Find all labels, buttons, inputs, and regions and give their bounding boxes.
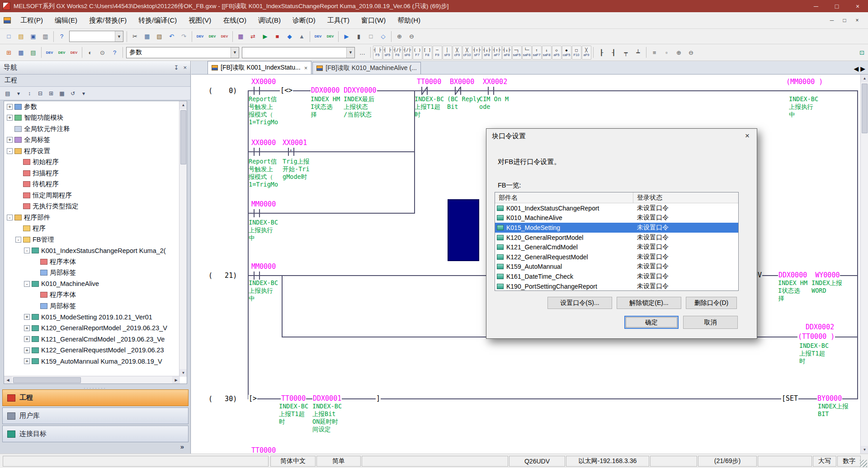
find-target-combo[interactable]: ▼ bbox=[242, 47, 355, 58]
nav-tool-icon-0[interactable]: ▤ bbox=[3, 89, 13, 98]
ladder-device-text[interactable]: TT0000 bbox=[251, 447, 276, 454]
ladder-symbol-F10-button[interactable]: □F10 bbox=[572, 46, 581, 60]
tree-item[interactable]: 程序本体 bbox=[4, 290, 180, 301]
ladder-symbol-sF5-button[interactable]: ┤ ├sF5 bbox=[383, 46, 392, 60]
ladder-contact[interactable] bbox=[259, 271, 260, 280]
tree-item[interactable]: 局部标签 bbox=[4, 300, 180, 312]
pause-icon[interactable]: ▮ bbox=[353, 31, 364, 42]
expand-icon[interactable]: + bbox=[24, 314, 30, 320]
child-minimize-icon[interactable]: ─ bbox=[826, 15, 838, 26]
tree-horizontal-scrollbar[interactable]: ◀▶ bbox=[4, 376, 180, 384]
list-view-icon[interactable]: ▤ bbox=[28, 47, 39, 58]
menu-W[interactable]: 窗口(W) bbox=[355, 12, 392, 28]
redo-icon[interactable]: ↷ bbox=[178, 31, 189, 42]
scroll-thumb[interactable] bbox=[862, 84, 868, 133]
ladder-instruction-text[interactable]: [> bbox=[248, 395, 257, 402]
tree-item[interactable]: 无执行类型指定 bbox=[4, 201, 180, 212]
ladder-symbol-aF8-button[interactable]: ┤↓├aF8 bbox=[502, 46, 512, 60]
tree-item[interactable]: +智能功能模块 bbox=[4, 112, 180, 124]
ladder-device-text[interactable]: TT0000 bbox=[281, 395, 306, 402]
nav-tool-icon-3[interactable]: ⊟ bbox=[35, 89, 45, 98]
tree-item[interactable]: -K010_MachineAlive bbox=[4, 278, 180, 290]
fb-list-row[interactable]: K190_PortSettingChangeReport未设置口令 bbox=[495, 281, 738, 291]
data-select-combo[interactable]: 参数▼ bbox=[126, 47, 239, 58]
document-tab[interactable]: [FB]读取 K001_IndexStatu...× bbox=[208, 61, 311, 74]
close-button[interactable]: × bbox=[847, 0, 868, 12]
scroll-down-icon[interactable]: ▼ bbox=[861, 446, 868, 454]
device-buffer-icon[interactable]: DEV bbox=[325, 31, 336, 42]
tree-item[interactable]: +K159_AutoMannual Kuma_2019.08.19_V bbox=[4, 356, 180, 367]
monitor-start-icon[interactable]: ▶ bbox=[259, 31, 271, 42]
ladder-contact[interactable] bbox=[259, 209, 260, 217]
read-plc-icon[interactable]: ◆ bbox=[284, 31, 295, 42]
program-common-icon[interactable]: ⊞ bbox=[3, 47, 14, 58]
tree-item[interactable]: 恒定周期程序 bbox=[4, 190, 180, 201]
docking-layout-icon[interactable]: ⊡ bbox=[856, 47, 868, 58]
paste-icon[interactable]: ▧ bbox=[154, 31, 165, 42]
dialog-close-button[interactable]: × bbox=[740, 130, 755, 142]
ladder-device-text[interactable]: BY0000 bbox=[817, 395, 842, 402]
monitor-stop-icon[interactable]: ■ bbox=[272, 31, 283, 42]
ladder-instruction-text[interactable]: [SET bbox=[781, 395, 798, 402]
nav-tool-icon-1[interactable]: ▾ bbox=[14, 89, 24, 98]
ladder-symbol-cF9-button[interactable]: ╳cF9 bbox=[453, 46, 462, 60]
tree-item[interactable]: -程序部件 bbox=[4, 212, 180, 223]
ladder-contact[interactable] bbox=[288, 148, 289, 156]
nav-tool-icon-7[interactable]: ▾ bbox=[79, 89, 89, 98]
device-label-icon[interactable]: DEV bbox=[68, 47, 80, 58]
device-monitor-icon[interactable]: DEV bbox=[219, 31, 230, 42]
nav-tool-icon-2[interactable]: ↕ bbox=[24, 89, 34, 98]
tree-item[interactable]: 局部标签 bbox=[4, 267, 180, 279]
display-zoom-out-icon[interactable]: ⊖ bbox=[685, 47, 697, 58]
menu-P[interactable]: 工程(P) bbox=[14, 12, 49, 28]
undo-icon[interactable]: ↶ bbox=[166, 31, 177, 42]
ladder-device-text[interactable]: DDX0002 bbox=[806, 323, 834, 331]
tab-close-icon[interactable]: × bbox=[304, 65, 308, 71]
fb-list-row[interactable]: K120_GeneralReportModel未设置口令 bbox=[495, 233, 738, 243]
collapse-icon[interactable]: - bbox=[7, 215, 13, 220]
ladder-symbol-sF8-button[interactable]: ┤↓├sF8 bbox=[482, 46, 492, 60]
tree-item[interactable]: 程序 bbox=[4, 223, 180, 234]
device-comment-display-icon[interactable]: DEV bbox=[56, 47, 67, 58]
tree-item[interactable]: +K121_GeneralCmdModel _2019.06.23_Ve bbox=[4, 334, 180, 345]
tree-item[interactable]: +全局标签 bbox=[4, 135, 180, 146]
fb-list-row[interactable]: K159_AutoMannual未设置口令 bbox=[495, 262, 738, 272]
ladder-contact[interactable] bbox=[254, 87, 255, 95]
tree-vertical-scrollbar[interactable]: ▲▼ bbox=[179, 101, 187, 377]
ladder-symbol-saF5-button[interactable]: ─┐saF5 bbox=[512, 46, 522, 60]
ladder-contact[interactable] bbox=[254, 148, 255, 156]
expand-icon[interactable]: + bbox=[7, 104, 13, 110]
print-icon[interactable]: ▥ bbox=[40, 31, 51, 42]
ladder-instruction-text[interactable]: ] bbox=[376, 395, 381, 402]
expand-icon[interactable]: + bbox=[24, 347, 30, 353]
fb-list-row[interactable]: K121_GeneralCmdModel未设置口令 bbox=[495, 242, 738, 252]
ladder-device-text[interactable]: (MM0000 ) bbox=[786, 78, 823, 85]
child-restore-icon[interactable]: □ bbox=[838, 15, 851, 26]
browse-icon[interactable]: … bbox=[357, 47, 368, 58]
open-project-icon[interactable]: ▤ bbox=[15, 31, 27, 42]
tree-item[interactable]: 待机程序 bbox=[4, 179, 180, 190]
cancel-button[interactable]: 取消 bbox=[683, 316, 738, 329]
scroll-left-icon[interactable]: ◀ bbox=[4, 376, 12, 384]
copy-icon[interactable]: ▦ bbox=[142, 31, 153, 42]
menu-V[interactable]: 视图(V) bbox=[183, 12, 217, 28]
ladder-symbol-saF7-button[interactable]: ↑saF7 bbox=[532, 46, 542, 60]
collapse-icon[interactable]: - bbox=[24, 248, 30, 253]
tree-item[interactable]: 扫描程序 bbox=[4, 168, 180, 179]
ladder-device-text[interactable]: (TT0000 ) bbox=[797, 333, 835, 340]
panel-close-icon[interactable]: × bbox=[183, 64, 187, 71]
help-icon[interactable]: ? bbox=[56, 31, 67, 42]
scroll-right-icon[interactable]: ▶ bbox=[172, 376, 180, 384]
nav-button-用户库[interactable]: 用户库 bbox=[2, 407, 189, 424]
ladder-symbol-sF6-button[interactable]: ┤/├sF6 bbox=[403, 46, 412, 60]
ladder-contact[interactable] bbox=[488, 87, 489, 95]
device-comment-icon[interactable]: DEV bbox=[194, 31, 206, 42]
editor-vertical-scrollbar[interactable]: ▲▼ bbox=[860, 75, 868, 454]
write-plc-icon[interactable]: ▲ bbox=[296, 31, 307, 42]
chevron-down-icon[interactable]: ▼ bbox=[231, 47, 239, 58]
tree-item[interactable]: 初始程序 bbox=[4, 157, 180, 168]
online-change-icon[interactable]: ⇄ bbox=[247, 31, 259, 42]
ladder-contact[interactable] bbox=[254, 209, 255, 217]
tab-scroll-right-button[interactable]: ▶ bbox=[860, 65, 865, 72]
quick-find-combo[interactable]: ▼ bbox=[69, 31, 123, 42]
